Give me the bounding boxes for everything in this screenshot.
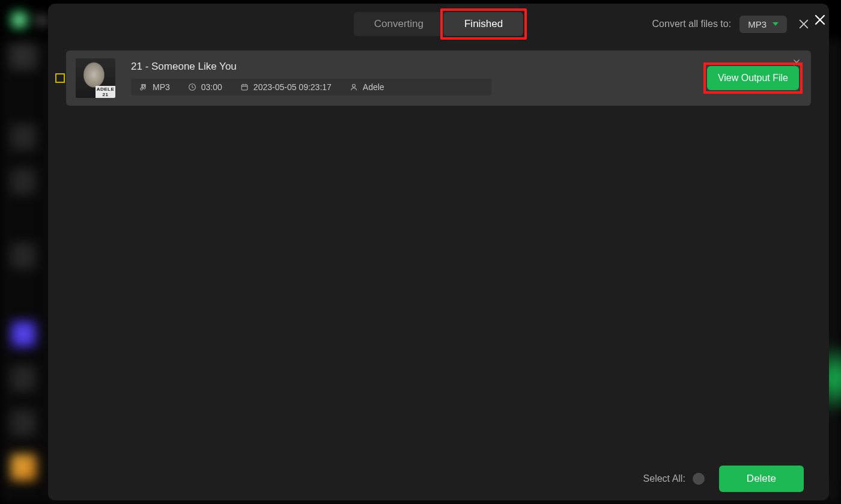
select-all-label: Select All: [643, 473, 685, 484]
delete-button[interactable]: Delete [719, 466, 804, 492]
bg-sidebar [0, 40, 48, 504]
svg-rect-1 [241, 85, 247, 90]
tab-converting[interactable]: Converting [354, 12, 444, 36]
modal-footer: Select All: Delete [48, 457, 829, 500]
modal-header: Converting Finished Convert all files to… [48, 4, 829, 44]
bg-sidebar-item [11, 454, 37, 481]
bg-sidebar-item [11, 365, 37, 392]
track-title: 21 - Someone Like You [131, 61, 707, 73]
music-note-icon [139, 83, 148, 91]
bg-sidebar-item [11, 124, 37, 150]
clock-icon [188, 83, 196, 91]
meta-format: MP3 [139, 82, 170, 92]
outer-close-icon[interactable] [811, 11, 829, 29]
bg-sidebar-item [11, 410, 37, 436]
format-select[interactable]: MP3 [739, 16, 787, 33]
album-tag: ADELE 21 [96, 86, 115, 98]
bg-sidebar-item-selected [11, 321, 37, 347]
chevron-down-icon [773, 22, 779, 26]
view-output-wrap: View Output File [707, 66, 799, 90]
tabs: Converting Finished [354, 12, 523, 36]
bg-sidebar-item [11, 168, 37, 195]
meta-duration-value: 03:00 [201, 82, 222, 92]
calendar-icon [240, 83, 249, 91]
app-logo-icon [11, 11, 28, 28]
meta-format-value: MP3 [153, 82, 170, 92]
select-all-group: Select All: [643, 473, 705, 485]
meta-timestamp-value: 2023-05-05 09:23:17 [254, 82, 332, 92]
track-info: 21 - Someone Like You MP3 03:00 2023-05-… [131, 61, 707, 96]
svg-point-2 [352, 84, 355, 87]
meta-duration: 03:00 [188, 82, 222, 92]
meta-artist-value: Adele [363, 82, 384, 92]
bg-app-name: Sp [35, 13, 49, 27]
track-checkbox[interactable] [55, 73, 65, 83]
modal-close-icon[interactable] [795, 16, 812, 32]
tab-finished[interactable]: Finished [444, 12, 523, 36]
view-output-file-button[interactable]: View Output File [707, 66, 799, 90]
convert-to-label: Convert all files to: [652, 19, 732, 29]
meta-artist: Adele [350, 82, 384, 92]
bg-sidebar-item [11, 243, 37, 269]
format-value: MP3 [748, 19, 767, 29]
track-meta-bar: MP3 03:00 2023-05-05 09:23:17 Adele [131, 79, 491, 96]
select-all-toggle[interactable] [693, 473, 705, 485]
album-art: ADELE 21 [76, 58, 115, 98]
meta-timestamp: 2023-05-05 09:23:17 [240, 82, 332, 92]
convert-to-group: Convert all files to: MP3 [652, 16, 812, 33]
modal-body: ADELE 21 21 - Someone Like You MP3 03:00 [48, 44, 829, 457]
finished-modal: Converting Finished Convert all files to… [48, 4, 829, 500]
bg-home-button [10, 43, 38, 70]
user-icon [350, 83, 358, 91]
track-row: ADELE 21 21 - Someone Like You MP3 03:00 [66, 50, 811, 106]
